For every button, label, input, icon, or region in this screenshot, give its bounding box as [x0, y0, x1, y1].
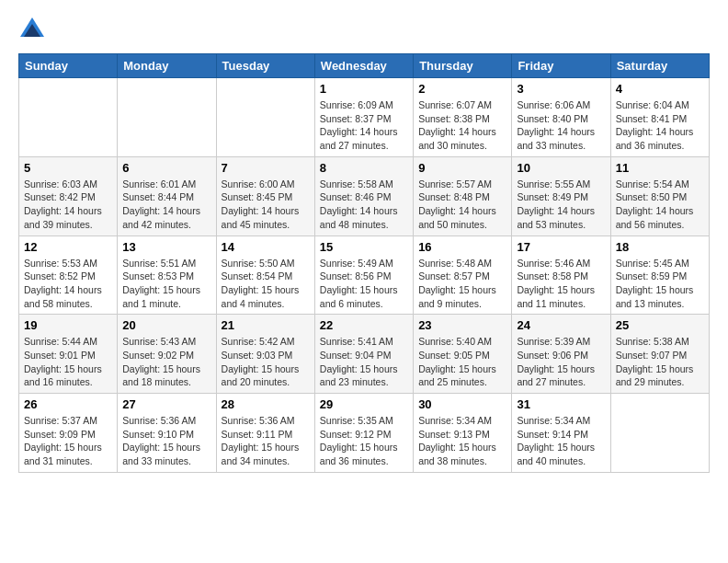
calendar-cell: 24Sunrise: 5:39 AM Sunset: 9:06 PM Dayli…: [512, 315, 610, 394]
day-number: 18: [616, 240, 704, 254]
calendar-cell: 2Sunrise: 6:07 AM Sunset: 8:38 PM Daylig…: [414, 78, 512, 157]
day-info: Sunrise: 6:04 AM Sunset: 8:41 PM Dayligh…: [616, 98, 704, 153]
day-number: 19: [24, 318, 112, 332]
day-number: 13: [122, 240, 210, 254]
calendar-cell: 11Sunrise: 5:54 AM Sunset: 8:50 PM Dayli…: [610, 156, 709, 236]
calendar-cell: 28Sunrise: 5:36 AM Sunset: 9:11 PM Dayli…: [216, 394, 314, 473]
calendar-cell: 8Sunrise: 5:58 AM Sunset: 8:46 PM Daylig…: [314, 156, 413, 236]
day-number: 7: [222, 161, 310, 175]
day-number: 1: [320, 82, 408, 96]
calendar-cell: 31Sunrise: 5:34 AM Sunset: 9:14 PM Dayli…: [512, 394, 610, 473]
day-number: 20: [122, 318, 210, 332]
calendar-cell: 4Sunrise: 6:04 AM Sunset: 8:41 PM Daylig…: [610, 78, 709, 157]
calendar-cell: 1Sunrise: 6:09 AM Sunset: 8:37 PM Daylig…: [314, 78, 413, 157]
day-number: 28: [222, 397, 310, 411]
day-number: 8: [320, 161, 408, 175]
day-number: 11: [616, 161, 704, 175]
page: SundayMondayTuesdayWednesdayThursdayFrid…: [0, 0, 728, 491]
dow-header: Thursday: [414, 54, 512, 78]
day-info: Sunrise: 5:45 AM Sunset: 8:59 PM Dayligh…: [616, 257, 704, 311]
calendar-cell: 30Sunrise: 5:34 AM Sunset: 9:13 PM Dayli…: [414, 394, 512, 473]
calendar-cell: 10Sunrise: 5:55 AM Sunset: 8:49 PM Dayli…: [512, 156, 610, 236]
day-info: Sunrise: 5:46 AM Sunset: 8:58 PM Dayligh…: [517, 257, 605, 311]
dow-header: Wednesday: [314, 54, 413, 78]
dow-header: Saturday: [610, 54, 709, 78]
dow-header: Sunday: [19, 54, 118, 78]
calendar-week: 19Sunrise: 5:44 AM Sunset: 9:01 PM Dayli…: [19, 315, 710, 394]
day-info: Sunrise: 6:09 AM Sunset: 8:37 PM Dayligh…: [320, 98, 408, 153]
calendar-cell: 26Sunrise: 5:37 AM Sunset: 9:09 PM Dayli…: [19, 394, 118, 473]
logo-icon: [18, 15, 46, 42]
day-info: Sunrise: 5:38 AM Sunset: 9:07 PM Dayligh…: [616, 335, 704, 389]
calendar-cell: 3Sunrise: 6:06 AM Sunset: 8:40 PM Daylig…: [512, 78, 610, 157]
day-info: Sunrise: 5:41 AM Sunset: 9:04 PM Dayligh…: [320, 335, 408, 389]
calendar-cell: 29Sunrise: 5:35 AM Sunset: 9:12 PM Dayli…: [314, 394, 413, 473]
calendar-cell: 25Sunrise: 5:38 AM Sunset: 9:07 PM Dayli…: [610, 315, 709, 394]
day-number: 12: [24, 240, 112, 254]
calendar-week: 5Sunrise: 6:03 AM Sunset: 8:42 PM Daylig…: [19, 156, 710, 236]
day-number: 14: [222, 240, 310, 254]
calendar-cell: [216, 78, 314, 157]
calendar-cell: 7Sunrise: 6:00 AM Sunset: 8:45 PM Daylig…: [216, 156, 314, 236]
day-info: Sunrise: 5:53 AM Sunset: 8:52 PM Dayligh…: [24, 257, 112, 311]
day-number: 10: [517, 161, 605, 175]
day-info: Sunrise: 5:44 AM Sunset: 9:01 PM Dayligh…: [24, 335, 112, 389]
calendar-cell: 22Sunrise: 5:41 AM Sunset: 9:04 PM Dayli…: [314, 315, 413, 394]
calendar-cell: [610, 394, 709, 473]
day-number: 6: [122, 161, 210, 175]
calendar-cell: 23Sunrise: 5:40 AM Sunset: 9:05 PM Dayli…: [414, 315, 512, 394]
dow-header: Friday: [512, 54, 610, 78]
day-number: 15: [320, 240, 408, 254]
calendar-week: 12Sunrise: 5:53 AM Sunset: 8:52 PM Dayli…: [19, 236, 710, 315]
day-info: Sunrise: 5:51 AM Sunset: 8:53 PM Dayligh…: [122, 257, 210, 311]
day-number: 3: [517, 82, 605, 96]
day-info: Sunrise: 5:43 AM Sunset: 9:02 PM Dayligh…: [122, 335, 210, 389]
day-number: 17: [517, 240, 605, 254]
calendar-cell: 6Sunrise: 6:01 AM Sunset: 8:44 PM Daylig…: [118, 156, 216, 236]
day-number: 30: [418, 397, 506, 411]
calendar-cell: 14Sunrise: 5:50 AM Sunset: 8:54 PM Dayli…: [216, 236, 314, 315]
day-number: 31: [517, 397, 605, 411]
day-number: 9: [418, 161, 506, 175]
calendar-week: 26Sunrise: 5:37 AM Sunset: 9:09 PM Dayli…: [19, 394, 710, 473]
calendar-cell: 27Sunrise: 5:36 AM Sunset: 9:10 PM Dayli…: [118, 394, 216, 473]
day-number: 26: [24, 397, 112, 411]
day-number: 5: [24, 161, 112, 175]
day-number: 22: [320, 318, 408, 332]
days-of-week-row: SundayMondayTuesdayWednesdayThursdayFrid…: [19, 54, 710, 78]
calendar-cell: 21Sunrise: 5:42 AM Sunset: 9:03 PM Dayli…: [216, 315, 314, 394]
day-info: Sunrise: 5:35 AM Sunset: 9:12 PM Dayligh…: [320, 414, 408, 468]
day-number: 27: [122, 397, 210, 411]
day-info: Sunrise: 5:36 AM Sunset: 9:11 PM Dayligh…: [222, 414, 310, 468]
logo: [18, 15, 50, 42]
calendar-cell: [19, 78, 118, 157]
calendar-cell: 9Sunrise: 5:57 AM Sunset: 8:48 PM Daylig…: [414, 156, 512, 236]
day-info: Sunrise: 5:57 AM Sunset: 8:48 PM Dayligh…: [418, 178, 506, 232]
calendar-cell: 17Sunrise: 5:46 AM Sunset: 8:58 PM Dayli…: [512, 236, 610, 315]
day-info: Sunrise: 5:48 AM Sunset: 8:57 PM Dayligh…: [418, 257, 506, 311]
day-info: Sunrise: 5:40 AM Sunset: 9:05 PM Dayligh…: [418, 335, 506, 389]
day-info: Sunrise: 5:42 AM Sunset: 9:03 PM Dayligh…: [222, 335, 310, 389]
day-number: 23: [418, 318, 506, 332]
calendar-cell: 15Sunrise: 5:49 AM Sunset: 8:56 PM Dayli…: [314, 236, 413, 315]
day-number: 2: [418, 82, 506, 96]
calendar-body: 1Sunrise: 6:09 AM Sunset: 8:37 PM Daylig…: [19, 78, 710, 473]
calendar-cell: 12Sunrise: 5:53 AM Sunset: 8:52 PM Dayli…: [19, 236, 118, 315]
day-info: Sunrise: 5:49 AM Sunset: 8:56 PM Dayligh…: [320, 257, 408, 311]
header: [18, 15, 710, 42]
day-number: 4: [616, 82, 704, 96]
day-info: Sunrise: 5:34 AM Sunset: 9:13 PM Dayligh…: [418, 414, 506, 468]
day-info: Sunrise: 6:03 AM Sunset: 8:42 PM Dayligh…: [24, 178, 112, 232]
day-info: Sunrise: 5:54 AM Sunset: 8:50 PM Dayligh…: [616, 178, 704, 232]
day-number: 24: [517, 318, 605, 332]
day-info: Sunrise: 6:06 AM Sunset: 8:40 PM Dayligh…: [517, 98, 605, 153]
day-info: Sunrise: 5:50 AM Sunset: 8:54 PM Dayligh…: [222, 257, 310, 311]
calendar: SundayMondayTuesdayWednesdayThursdayFrid…: [18, 53, 710, 473]
day-number: 29: [320, 397, 408, 411]
calendar-cell: 16Sunrise: 5:48 AM Sunset: 8:57 PM Dayli…: [414, 236, 512, 315]
day-number: 25: [616, 318, 704, 332]
day-info: Sunrise: 6:07 AM Sunset: 8:38 PM Dayligh…: [418, 98, 506, 153]
day-info: Sunrise: 5:34 AM Sunset: 9:14 PM Dayligh…: [517, 414, 605, 468]
day-info: Sunrise: 5:39 AM Sunset: 9:06 PM Dayligh…: [517, 335, 605, 389]
day-info: Sunrise: 6:00 AM Sunset: 8:45 PM Dayligh…: [222, 178, 310, 232]
